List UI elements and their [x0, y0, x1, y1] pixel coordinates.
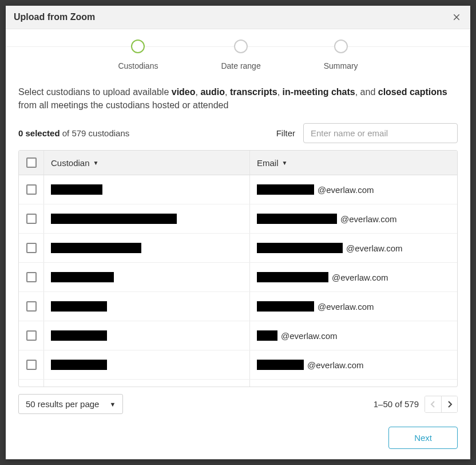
row-checkbox[interactable] — [26, 184, 37, 195]
row-checkbox[interactable] — [26, 272, 37, 282]
table-row[interactable]: @everlaw.com — [19, 292, 457, 321]
step-date-range[interactable]: Date range — [221, 40, 260, 70]
table-row[interactable]: @everlaw.com — [19, 234, 457, 263]
redacted-email-local — [257, 272, 328, 282]
step-summary[interactable]: Summary — [324, 40, 358, 70]
row-checkbox[interactable] — [26, 330, 37, 341]
email-domain: @everlaw.com — [318, 185, 374, 195]
email-cell: @everlaw.com — [250, 292, 457, 321]
step-circle-icon — [334, 40, 348, 53]
email-domain: @everlaw.com — [332, 273, 388, 282]
redacted-name — [51, 330, 107, 341]
redacted-name — [51, 184, 102, 195]
column-header-email[interactable]: Email ▼ — [250, 151, 457, 175]
modal-header: Upload from Zoom — [6, 6, 470, 29]
table-row[interactable]: @everlaw.com — [19, 175, 457, 204]
redacted-email-local — [257, 243, 343, 253]
chevron-left-icon — [430, 401, 436, 408]
redacted-email-local — [257, 301, 314, 312]
pager-buttons — [425, 396, 458, 413]
description-text: Select custodians to upload available vi… — [18, 85, 458, 112]
controls-row: 0 selected of 579 custodians Filter — [18, 123, 458, 143]
custodian-name-cell — [44, 263, 250, 291]
table-row[interactable]: @everlaw.com — [19, 263, 457, 292]
step-label: Date range — [221, 61, 260, 70]
pager: 1–50 of 579 — [374, 396, 458, 413]
redacted-email-local — [257, 360, 304, 370]
custodian-name-cell — [44, 175, 250, 204]
custodian-name-cell — [44, 204, 250, 233]
redacted-email-local — [257, 214, 337, 224]
row-checkbox-cell — [19, 263, 44, 291]
table-body[interactable]: @everlaw.com@everlaw.com@everlaw.com@eve… — [19, 175, 457, 387]
email-domain: @everlaw.com — [281, 331, 338, 341]
row-checkbox-cell — [19, 350, 44, 379]
select-all-cell — [19, 151, 44, 175]
column-header-custodian[interactable]: Custodian ▼ — [44, 151, 250, 175]
redacted-email-local — [257, 330, 277, 341]
selection-count: 0 selected of 579 custodians — [18, 128, 129, 138]
email-cell: @everlaw.com — [250, 321, 457, 350]
row-checkbox[interactable] — [26, 301, 37, 312]
row-checkbox[interactable] — [26, 214, 37, 224]
email-cell: @everlaw.com — [250, 204, 457, 233]
row-checkbox[interactable] — [26, 243, 37, 253]
step-circle-icon — [131, 40, 145, 53]
table-row[interactable]: @everlaw.com — [19, 380, 457, 387]
upload-from-zoom-modal: Upload from Zoom Custodians Date range S… — [6, 6, 470, 459]
row-checkbox-cell — [19, 175, 44, 204]
table-header: Custodian ▼ Email ▼ — [19, 151, 457, 175]
filter-label: Filter — [276, 128, 295, 138]
custodian-name-cell — [44, 292, 250, 321]
row-checkbox-cell — [19, 204, 44, 233]
email-cell: @everlaw.com — [250, 263, 457, 291]
chevron-right-icon — [447, 401, 453, 408]
row-checkbox-cell — [19, 321, 44, 350]
page-range: 1–50 of 579 — [374, 399, 419, 409]
modal-actions: Next — [6, 427, 470, 459]
results-per-page-select[interactable]: 50 results per page ▼ — [18, 394, 123, 414]
sort-desc-icon: ▼ — [282, 160, 288, 166]
custodian-name-cell — [44, 234, 250, 262]
prev-page-button[interactable] — [425, 396, 441, 412]
email-cell: @everlaw.com — [250, 350, 457, 379]
row-checkbox[interactable] — [26, 360, 37, 370]
row-checkbox-cell — [19, 380, 44, 387]
close-button[interactable] — [451, 11, 462, 23]
redacted-name — [51, 214, 177, 224]
table-row[interactable]: @everlaw.com — [19, 350, 457, 380]
custodian-name-cell — [44, 350, 250, 379]
table-footer: 50 results per page ▼ 1–50 of 579 — [18, 387, 458, 421]
email-domain: @everlaw.com — [307, 360, 364, 370]
modal-body: Select custodians to upload available vi… — [6, 75, 470, 427]
modal-title: Upload from Zoom — [14, 12, 95, 22]
redacted-name — [51, 243, 141, 253]
next-page-button[interactable] — [441, 396, 457, 412]
filter-group: Filter — [276, 123, 458, 143]
step-label: Summary — [324, 61, 358, 70]
table-row[interactable]: @everlaw.com — [19, 204, 457, 234]
row-checkbox-cell — [19, 234, 44, 262]
email-domain: @everlaw.com — [318, 302, 374, 312]
email-cell: @everlaw.com — [250, 380, 457, 387]
filter-input[interactable] — [303, 123, 458, 143]
select-all-checkbox[interactable] — [26, 157, 37, 168]
redacted-name — [51, 301, 107, 312]
custodian-name-cell — [44, 321, 250, 350]
step-circle-icon — [234, 40, 248, 53]
close-icon — [452, 13, 461, 22]
table-row[interactable]: @everlaw.com — [19, 321, 457, 350]
email-domain: @everlaw.com — [340, 214, 397, 224]
custodian-name-cell — [44, 380, 250, 387]
step-label: Custodians — [118, 61, 158, 70]
custodian-table: Custodian ▼ Email ▼ @everlaw.com@everlaw… — [18, 150, 458, 387]
redacted-email-local — [257, 184, 314, 195]
redacted-name — [51, 360, 107, 370]
row-checkbox-cell — [19, 292, 44, 321]
redacted-name — [51, 272, 114, 282]
step-custodians[interactable]: Custodians — [118, 40, 158, 70]
email-cell: @everlaw.com — [250, 175, 457, 204]
sort-desc-icon: ▼ — [93, 160, 99, 166]
next-button[interactable]: Next — [388, 427, 458, 449]
chevron-down-icon: ▼ — [109, 401, 116, 408]
